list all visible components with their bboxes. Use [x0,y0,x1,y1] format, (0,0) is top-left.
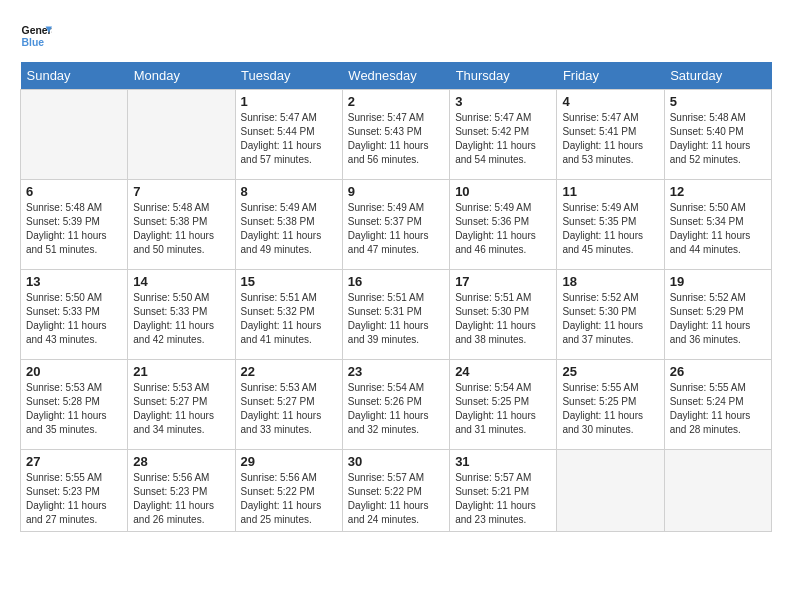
calendar-cell: 23Sunrise: 5:54 AM Sunset: 5:26 PM Dayli… [342,360,449,450]
day-info: Sunrise: 5:54 AM Sunset: 5:26 PM Dayligh… [348,381,444,437]
calendar-cell: 3Sunrise: 5:47 AM Sunset: 5:42 PM Daylig… [450,90,557,180]
day-number: 27 [26,454,122,469]
day-info: Sunrise: 5:47 AM Sunset: 5:41 PM Dayligh… [562,111,658,167]
weekday-header: Sunday [21,62,128,90]
weekday-header-row: SundayMondayTuesdayWednesdayThursdayFrid… [21,62,772,90]
day-info: Sunrise: 5:55 AM Sunset: 5:24 PM Dayligh… [670,381,766,437]
day-info: Sunrise: 5:47 AM Sunset: 5:43 PM Dayligh… [348,111,444,167]
calendar-week-row: 27Sunrise: 5:55 AM Sunset: 5:23 PM Dayli… [21,450,772,532]
calendar-cell: 9Sunrise: 5:49 AM Sunset: 5:37 PM Daylig… [342,180,449,270]
calendar-cell: 8Sunrise: 5:49 AM Sunset: 5:38 PM Daylig… [235,180,342,270]
day-info: Sunrise: 5:48 AM Sunset: 5:39 PM Dayligh… [26,201,122,257]
day-number: 20 [26,364,122,379]
day-number: 9 [348,184,444,199]
day-info: Sunrise: 5:56 AM Sunset: 5:23 PM Dayligh… [133,471,229,527]
day-number: 25 [562,364,658,379]
day-info: Sunrise: 5:51 AM Sunset: 5:30 PM Dayligh… [455,291,551,347]
day-number: 2 [348,94,444,109]
calendar-cell: 30Sunrise: 5:57 AM Sunset: 5:22 PM Dayli… [342,450,449,532]
calendar-week-row: 13Sunrise: 5:50 AM Sunset: 5:33 PM Dayli… [21,270,772,360]
calendar-cell [128,90,235,180]
day-number: 16 [348,274,444,289]
calendar-cell: 29Sunrise: 5:56 AM Sunset: 5:22 PM Dayli… [235,450,342,532]
day-number: 24 [455,364,551,379]
day-info: Sunrise: 5:52 AM Sunset: 5:29 PM Dayligh… [670,291,766,347]
calendar-cell [21,90,128,180]
day-info: Sunrise: 5:57 AM Sunset: 5:21 PM Dayligh… [455,471,551,527]
day-number: 17 [455,274,551,289]
day-info: Sunrise: 5:51 AM Sunset: 5:31 PM Dayligh… [348,291,444,347]
calendar-cell: 31Sunrise: 5:57 AM Sunset: 5:21 PM Dayli… [450,450,557,532]
day-number: 4 [562,94,658,109]
logo-icon: GeneralBlue [20,20,52,52]
calendar-cell: 21Sunrise: 5:53 AM Sunset: 5:27 PM Dayli… [128,360,235,450]
calendar-cell: 22Sunrise: 5:53 AM Sunset: 5:27 PM Dayli… [235,360,342,450]
calendar-cell: 1Sunrise: 5:47 AM Sunset: 5:44 PM Daylig… [235,90,342,180]
day-number: 19 [670,274,766,289]
logo: GeneralBlue [20,20,52,52]
calendar-cell: 15Sunrise: 5:51 AM Sunset: 5:32 PM Dayli… [235,270,342,360]
weekday-header: Wednesday [342,62,449,90]
calendar-cell: 19Sunrise: 5:52 AM Sunset: 5:29 PM Dayli… [664,270,771,360]
svg-text:Blue: Blue [22,37,45,48]
day-number: 18 [562,274,658,289]
day-number: 6 [26,184,122,199]
day-number: 11 [562,184,658,199]
day-info: Sunrise: 5:49 AM Sunset: 5:35 PM Dayligh… [562,201,658,257]
weekday-header: Thursday [450,62,557,90]
day-number: 30 [348,454,444,469]
calendar-cell: 6Sunrise: 5:48 AM Sunset: 5:39 PM Daylig… [21,180,128,270]
day-number: 15 [241,274,337,289]
day-info: Sunrise: 5:53 AM Sunset: 5:28 PM Dayligh… [26,381,122,437]
calendar-cell: 14Sunrise: 5:50 AM Sunset: 5:33 PM Dayli… [128,270,235,360]
day-number: 1 [241,94,337,109]
day-number: 31 [455,454,551,469]
day-info: Sunrise: 5:47 AM Sunset: 5:42 PM Dayligh… [455,111,551,167]
calendar-cell: 20Sunrise: 5:53 AM Sunset: 5:28 PM Dayli… [21,360,128,450]
day-number: 5 [670,94,766,109]
calendar-cell: 10Sunrise: 5:49 AM Sunset: 5:36 PM Dayli… [450,180,557,270]
day-number: 10 [455,184,551,199]
day-info: Sunrise: 5:49 AM Sunset: 5:36 PM Dayligh… [455,201,551,257]
day-info: Sunrise: 5:47 AM Sunset: 5:44 PM Dayligh… [241,111,337,167]
calendar-table: SundayMondayTuesdayWednesdayThursdayFrid… [20,62,772,532]
day-number: 26 [670,364,766,379]
day-number: 3 [455,94,551,109]
calendar-cell: 4Sunrise: 5:47 AM Sunset: 5:41 PM Daylig… [557,90,664,180]
calendar-week-row: 6Sunrise: 5:48 AM Sunset: 5:39 PM Daylig… [21,180,772,270]
calendar-cell: 18Sunrise: 5:52 AM Sunset: 5:30 PM Dayli… [557,270,664,360]
calendar-cell: 27Sunrise: 5:55 AM Sunset: 5:23 PM Dayli… [21,450,128,532]
calendar-cell: 28Sunrise: 5:56 AM Sunset: 5:23 PM Dayli… [128,450,235,532]
day-info: Sunrise: 5:52 AM Sunset: 5:30 PM Dayligh… [562,291,658,347]
day-number: 14 [133,274,229,289]
calendar-cell: 16Sunrise: 5:51 AM Sunset: 5:31 PM Dayli… [342,270,449,360]
day-info: Sunrise: 5:50 AM Sunset: 5:34 PM Dayligh… [670,201,766,257]
day-number: 22 [241,364,337,379]
calendar-cell: 24Sunrise: 5:54 AM Sunset: 5:25 PM Dayli… [450,360,557,450]
calendar-cell: 2Sunrise: 5:47 AM Sunset: 5:43 PM Daylig… [342,90,449,180]
day-info: Sunrise: 5:56 AM Sunset: 5:22 PM Dayligh… [241,471,337,527]
day-number: 28 [133,454,229,469]
weekday-header: Tuesday [235,62,342,90]
day-info: Sunrise: 5:55 AM Sunset: 5:23 PM Dayligh… [26,471,122,527]
weekday-header: Monday [128,62,235,90]
day-info: Sunrise: 5:48 AM Sunset: 5:40 PM Dayligh… [670,111,766,167]
day-info: Sunrise: 5:57 AM Sunset: 5:22 PM Dayligh… [348,471,444,527]
calendar-cell: 26Sunrise: 5:55 AM Sunset: 5:24 PM Dayli… [664,360,771,450]
day-number: 12 [670,184,766,199]
calendar-cell: 7Sunrise: 5:48 AM Sunset: 5:38 PM Daylig… [128,180,235,270]
day-info: Sunrise: 5:48 AM Sunset: 5:38 PM Dayligh… [133,201,229,257]
calendar-cell: 5Sunrise: 5:48 AM Sunset: 5:40 PM Daylig… [664,90,771,180]
day-info: Sunrise: 5:50 AM Sunset: 5:33 PM Dayligh… [133,291,229,347]
calendar-cell: 17Sunrise: 5:51 AM Sunset: 5:30 PM Dayli… [450,270,557,360]
calendar-cell [664,450,771,532]
page-header: GeneralBlue [20,20,772,52]
day-info: Sunrise: 5:49 AM Sunset: 5:38 PM Dayligh… [241,201,337,257]
day-number: 21 [133,364,229,379]
calendar-cell [557,450,664,532]
calendar-cell: 13Sunrise: 5:50 AM Sunset: 5:33 PM Dayli… [21,270,128,360]
day-info: Sunrise: 5:54 AM Sunset: 5:25 PM Dayligh… [455,381,551,437]
calendar-cell: 25Sunrise: 5:55 AM Sunset: 5:25 PM Dayli… [557,360,664,450]
weekday-header: Saturday [664,62,771,90]
day-info: Sunrise: 5:53 AM Sunset: 5:27 PM Dayligh… [241,381,337,437]
